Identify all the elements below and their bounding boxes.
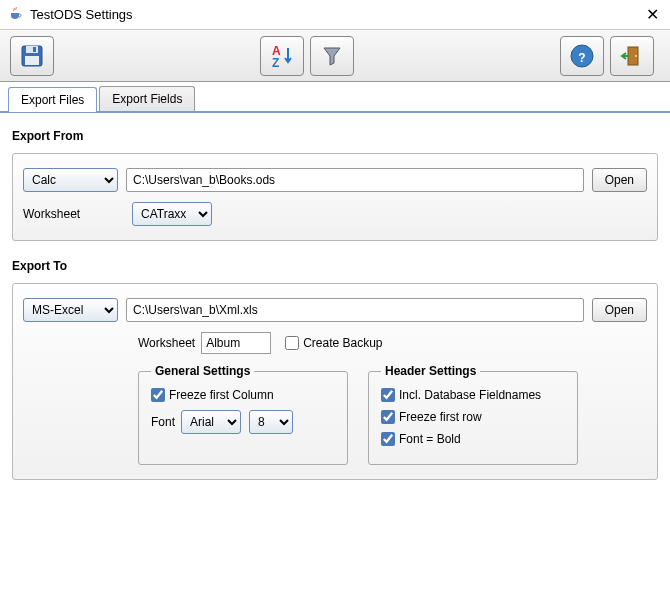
to-worksheet-label: Worksheet [138,336,195,350]
to-format-select[interactable]: MS-Excel [23,298,118,322]
export-to-title: Export To [12,259,658,273]
export-from-panel: Calc Open Worksheet CATraxx [12,153,658,241]
from-worksheet-select[interactable]: CATraxx [132,202,212,226]
freeze-first-row-checkbox[interactable] [381,410,395,424]
from-worksheet-label: Worksheet [23,207,118,221]
filter-button[interactable] [310,36,354,76]
font-bold-checkbox[interactable] [381,432,395,446]
font-label: Font [151,415,175,429]
from-open-button[interactable]: Open [592,168,647,192]
from-format-select[interactable]: Calc [23,168,118,192]
create-backup-label: Create Backup [303,336,382,350]
java-icon [8,7,24,23]
title-bar: TestODS Settings ✕ [0,0,670,30]
to-open-button[interactable]: Open [592,298,647,322]
header-settings-title: Header Settings [381,364,480,378]
export-from-title: Export From [12,129,658,143]
freeze-first-column-checkbox[interactable] [151,388,165,402]
sort-az-icon: AZ [269,43,295,69]
toolbar: AZ ? [0,30,670,82]
tab-export-fields[interactable]: Export Fields [99,86,195,111]
from-path-input[interactable] [126,168,584,192]
freeze-first-row-label: Freeze first row [399,410,482,424]
incl-db-fieldnames-label: Incl. Database Fieldnames [399,388,541,402]
tab-bar: Export Files Export Fields [0,82,670,113]
svg-rect-3 [33,47,36,52]
svg-rect-1 [26,46,38,53]
floppy-disk-icon [19,43,45,69]
export-to-panel: MS-Excel Open Worksheet Create Backup Ge… [12,283,658,480]
svg-rect-2 [25,56,39,65]
close-button[interactable]: ✕ [642,5,662,24]
to-worksheet-input[interactable] [201,332,271,354]
help-button[interactable]: ? [560,36,604,76]
general-settings-group: General Settings Freeze first Column Fon… [138,364,348,465]
tab-export-files[interactable]: Export Files [8,87,97,112]
save-button[interactable] [10,36,54,76]
exit-button[interactable] [610,36,654,76]
svg-text:Z: Z [272,56,279,69]
help-icon: ? [569,43,595,69]
to-path-input[interactable] [126,298,584,322]
window-title: TestODS Settings [30,7,642,22]
exit-door-icon [619,43,645,69]
sort-button[interactable]: AZ [260,36,304,76]
svg-rect-9 [635,55,637,57]
font-size-select[interactable]: 8 [249,410,293,434]
create-backup-checkbox[interactable] [285,336,299,350]
funnel-icon [319,43,345,69]
svg-text:?: ? [578,51,585,65]
font-bold-label: Font = Bold [399,432,461,446]
header-settings-group: Header Settings Incl. Database Fieldname… [368,364,578,465]
freeze-first-column-label: Freeze first Column [169,388,274,402]
font-select[interactable]: Arial [181,410,241,434]
incl-db-fieldnames-checkbox[interactable] [381,388,395,402]
general-settings-title: General Settings [151,364,254,378]
